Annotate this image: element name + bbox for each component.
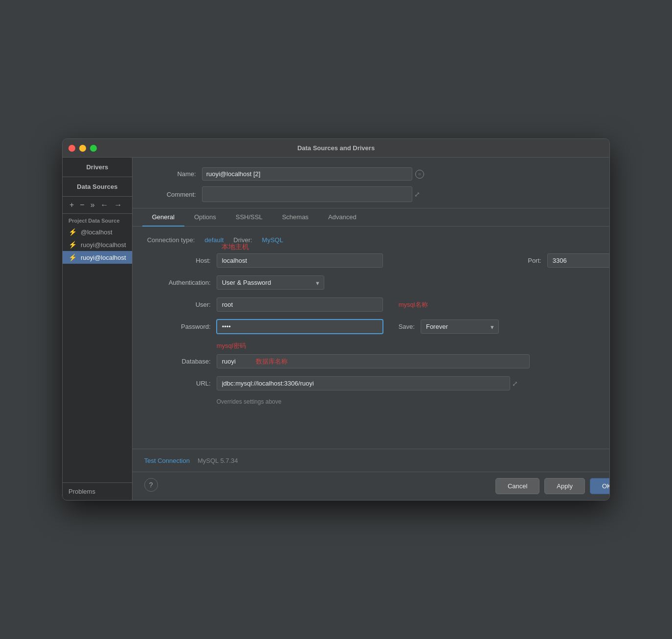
tabs-row: General Options SSH/SSL Schemas Advanced	[133, 208, 610, 227]
sidebar-drivers[interactable]: Drivers	[63, 158, 132, 177]
url-input[interactable]	[217, 376, 510, 390]
top-form: Name: ○ Comment: ⤢	[133, 158, 610, 208]
database-row: Database: 数据库名称	[147, 354, 610, 368]
sidebar-item-label-3: ruoyi@localhost	[81, 254, 126, 261]
user-input[interactable]	[217, 297, 383, 312]
title-bar: Data Sources and Drivers	[63, 139, 609, 158]
tab-options[interactable]: Options	[184, 208, 226, 227]
auth-select-wrapper: User & Password	[217, 275, 324, 290]
action-buttons: ? Cancel Apply OK	[133, 472, 610, 500]
database-label: Database:	[147, 358, 211, 365]
remove-button[interactable]: −	[78, 200, 86, 210]
bottom-bar: Test Connection MySQL 5.7.34 ↺	[133, 449, 610, 472]
auth-label: Authentication:	[147, 279, 211, 286]
traffic-lights	[68, 145, 97, 152]
port-label-text: Port:	[478, 257, 541, 264]
host-row: Host: 本地主机 Port:	[147, 253, 610, 268]
connection-type-value[interactable]: default	[204, 236, 224, 244]
sidebar: Drivers Data Sources + − » ← → Project D…	[63, 158, 133, 500]
content-area: Connection type: default Driver: MySQL H…	[133, 227, 610, 449]
main-window: Data Sources and Drivers Drivers Data So…	[62, 138, 610, 501]
password-annotation: mysql密码	[217, 342, 610, 350]
tab-advanced[interactable]: Advanced	[318, 208, 366, 227]
password-input[interactable]	[217, 320, 383, 334]
host-label: Host:	[147, 257, 211, 264]
window-title: Data Sources and Drivers	[297, 144, 375, 152]
test-connection-link[interactable]: Test Connection	[144, 457, 190, 464]
password-label: Password:	[147, 323, 211, 330]
tab-sshssl[interactable]: SSH/SSL	[226, 208, 272, 227]
comment-input[interactable]	[202, 186, 412, 202]
expand-comment-button[interactable]: ⤢	[414, 190, 420, 198]
user-row: User: mysql名称	[147, 297, 610, 312]
sidebar-item-ruoyi-localhost-1[interactable]: ⚡ ruoyi@localhost	[63, 238, 132, 251]
auth-row: Authentication: User & Password	[147, 275, 610, 290]
project-section-header: Project Data Source	[63, 214, 132, 226]
user-annotation: mysql名称	[399, 300, 428, 309]
cancel-button[interactable]: Cancel	[495, 478, 539, 494]
auth-select[interactable]: User & Password	[217, 275, 324, 290]
connection-type-row: Connection type: default Driver: MySQL	[147, 236, 610, 244]
sidebar-item-label-1: @localhost	[81, 228, 112, 236]
tab-general[interactable]: General	[142, 208, 184, 227]
more-button[interactable]: »	[89, 200, 97, 210]
help-button[interactable]: ?	[144, 478, 158, 492]
sidebar-item-at-localhost[interactable]: ⚡ @localhost	[63, 226, 132, 238]
tab-schemas[interactable]: Schemas	[272, 208, 318, 227]
host-input[interactable]	[217, 253, 383, 268]
main-content: Drivers Data Sources + − » ← → Project D…	[63, 158, 609, 500]
apply-button[interactable]: Apply	[544, 478, 585, 494]
comment-label: Comment:	[147, 191, 196, 198]
save-select[interactable]: Forever	[421, 320, 499, 334]
sidebar-bottom-bar: Problems	[63, 482, 132, 500]
comment-row: Comment: ⤢	[147, 186, 610, 202]
name-label: Name:	[147, 170, 196, 178]
url-row: URL: ⤢	[147, 376, 610, 390]
database-annotation: 数据库名称	[256, 357, 288, 366]
driver-value[interactable]: MySQL	[262, 236, 283, 244]
connection-type-label: Connection type:	[147, 236, 195, 244]
sidebar-data-sources[interactable]: Data Sources	[63, 177, 132, 196]
port-input[interactable]	[547, 253, 610, 268]
add-button[interactable]: +	[67, 200, 76, 210]
sidebar-item-label-2: ruoyi@localhost	[81, 241, 126, 249]
ok-button[interactable]: OK	[590, 478, 610, 494]
problems-link[interactable]: Problems	[68, 488, 95, 495]
url-label: URL:	[147, 380, 211, 387]
minimize-button[interactable]	[79, 145, 86, 152]
db-icon-2: ⚡	[68, 241, 77, 249]
db-icon-1: ⚡	[68, 228, 77, 236]
password-row: Password: Save: Forever	[147, 320, 610, 334]
overrides-text: Overrides settings above	[217, 398, 610, 405]
refresh-circle[interactable]: ○	[415, 170, 424, 179]
close-button[interactable]	[68, 145, 75, 152]
save-select-wrapper: Forever	[421, 320, 499, 334]
maximize-button[interactable]	[90, 145, 97, 152]
db-icon-3: ⚡	[68, 253, 77, 261]
name-input[interactable]	[202, 167, 412, 181]
sidebar-toolbar: + − » ← →	[63, 197, 132, 214]
forward-button[interactable]: →	[112, 200, 124, 210]
back-button[interactable]: ←	[99, 200, 111, 210]
detail-pane: Name: ○ Comment: ⤢ General Opti	[133, 158, 610, 500]
save-label: Save:	[399, 323, 415, 330]
expand-url-button[interactable]: ⤢	[512, 380, 518, 388]
host-annotation: 本地主机	[222, 243, 249, 251]
name-row: Name: ○	[147, 167, 610, 181]
user-label: User:	[147, 301, 211, 308]
sidebar-item-ruoyi-localhost-2[interactable]: ⚡ ruoyi@localhost	[63, 251, 132, 264]
mysql-version: MySQL 5.7.34	[198, 457, 238, 464]
